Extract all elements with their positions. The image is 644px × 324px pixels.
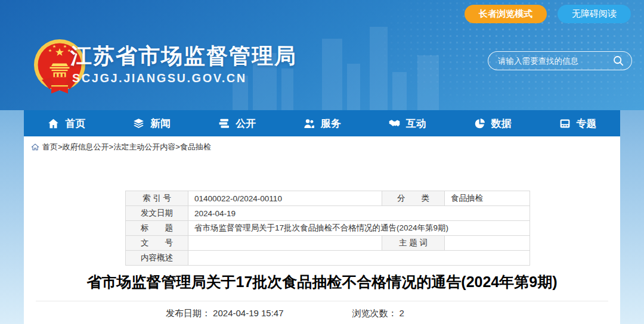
nav-item-interact[interactable]: 互动 (364, 110, 450, 136)
category-label: 分 类 (382, 191, 445, 206)
site-title: 江苏省市场监督管理局 (70, 42, 297, 71)
doc-number-label: 文 号 (126, 236, 188, 251)
nav-label: 公开 (236, 117, 256, 130)
nav-item-service[interactable]: 服务 (280, 110, 365, 136)
document-info-table: 索 引 号 01400022-0/2024-00110 分 类 食品抽检 发文日… (125, 191, 530, 266)
people-icon (303, 117, 315, 130)
table-row: 标 题 省市场监督管理局关于17批次食品抽检不合格情况的通告(2024年第9期) (126, 221, 530, 236)
building-decoration (370, 27, 388, 110)
building-decoration (392, 72, 407, 110)
views-label: 浏览次数： (352, 308, 397, 319)
nav-item-data[interactable]: 数据 (450, 110, 535, 136)
title-value: 省市场监督管理局关于17批次食品抽检不合格情况的通告(2024年第9期) (188, 221, 530, 236)
nav-item-news[interactable]: 新闻 (109, 110, 194, 136)
publish-date-value: 2024-04-19 15:47 (213, 308, 283, 319)
breadcrumb-text: 首页>政府信息公开>法定主动公开内容>食品抽检 (42, 142, 211, 152)
table-row: 内容概述 (126, 251, 530, 266)
summary-value (188, 251, 530, 266)
nav-label: 数据 (491, 117, 512, 130)
handshake-icon (388, 117, 401, 130)
nav-label: 专题 (577, 117, 597, 130)
news-layers-icon (132, 117, 145, 130)
keywords-label: 主 题 词 (382, 236, 445, 251)
publish-date-label: 发布日期： (166, 308, 210, 319)
keywords-value (445, 236, 530, 251)
table-row: 文 号 主 题 词 (126, 236, 530, 251)
nav-label: 服务 (321, 117, 341, 130)
search-icon[interactable] (612, 55, 624, 67)
search-input[interactable] (498, 57, 612, 66)
views-value: 2 (400, 308, 404, 319)
pie-chart-icon (473, 117, 486, 130)
article-title: 省市场监督管理局关于17批次食品抽检不合格情况的通告(2024年第9期) (24, 272, 620, 292)
breadcrumb[interactable]: 首页>政府信息公开>法定主动公开内容>食品抽检 (24, 136, 620, 152)
nav-label: 首页 (65, 117, 85, 130)
site-search-box[interactable] (488, 51, 632, 70)
title-label: 标 题 (126, 221, 188, 236)
main-container: 首页 新闻 公开 服务 (24, 110, 620, 324)
accessibility-read-button[interactable]: 无障碍阅读 (558, 5, 631, 23)
issue-date-label: 发文日期 (126, 206, 188, 221)
nav-item-topic[interactable]: 专题 (535, 110, 620, 136)
building-decoration (417, 55, 439, 110)
building-decoration (281, 68, 293, 110)
index-label: 索 引 号 (126, 191, 188, 206)
building-decoration (347, 64, 360, 110)
divider-line (36, 301, 608, 301)
main-navigation: 首页 新闻 公开 服务 (24, 110, 620, 136)
nav-label: 互动 (406, 117, 426, 130)
issue-date-value: 2024-04-19 (188, 206, 530, 221)
nav-item-open[interactable]: 公开 (194, 110, 280, 136)
building-decoration (322, 39, 342, 110)
site-header: 江苏省市场监督管理局 SCJGJ.JIANGSU.GOV.CN 长者浏览模式 无… (0, 0, 644, 110)
home-icon (47, 117, 60, 130)
table-row: 索 引 号 01400022-0/2024-00110 分 类 食品抽检 (126, 191, 530, 206)
elder-mode-button[interactable]: 长者浏览模式 (465, 5, 547, 23)
topic-panel-icon (559, 117, 571, 130)
doc-number-value (188, 236, 382, 251)
books-icon (218, 117, 230, 130)
table-row: 发文日期 2024-04-19 (126, 206, 530, 221)
summary-label: 内容概述 (126, 251, 188, 266)
nav-label: 新闻 (150, 117, 171, 130)
index-value: 01400022-0/2024-00110 (188, 191, 382, 206)
category-value: 食品抽检 (445, 191, 530, 206)
nav-item-home[interactable]: 首页 (24, 110, 109, 136)
article-meta: 发布日期： 2024-04-19 15:47 浏览次数： 2 (0, 308, 583, 319)
home-outline-icon (31, 143, 39, 151)
site-domain: SCJGJ.JIANGSU.GOV.CN (72, 71, 247, 85)
